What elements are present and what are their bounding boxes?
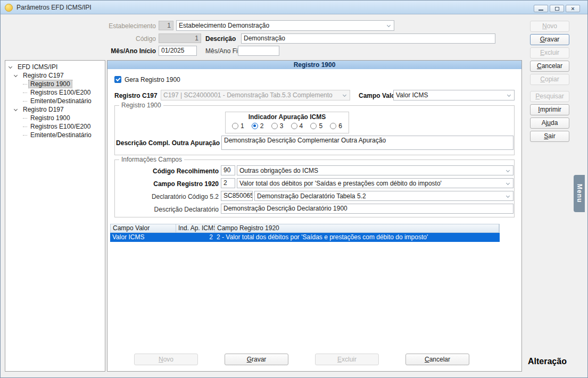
tree-item-registro-d197[interactable]: Registro D197	[5, 105, 105, 114]
sidebar-copiar-button: Copiar	[530, 74, 569, 85]
tree-item-registro-c197[interactable]: Registro C197	[5, 71, 105, 80]
radio-checked-icon	[252, 123, 258, 129]
tree-connector	[23, 84, 27, 85]
gera-registro-1900-checkbox[interactable]	[114, 76, 121, 83]
main-panel: Registro 1900 Gera Registro 1900 Registr…	[107, 60, 522, 372]
descricao-declaratorio-label: Descrição Declaratório	[115, 205, 219, 214]
radio-label: 4	[300, 122, 303, 130]
mes-ano-inicio-field[interactable]: 01/2025	[159, 46, 197, 56]
chevron-down-icon	[343, 93, 346, 97]
restore-button[interactable]	[550, 5, 564, 12]
codigo-recolhimento-select[interactable]: Outras obrigações do ICMS	[237, 165, 514, 175]
tree-item-label: Registro D197	[21, 106, 65, 113]
radio-label: 2	[260, 122, 264, 130]
tree-item-registros-e100-e200-d197[interactable]: Registros E100/E200	[5, 122, 105, 131]
campo-valor-select[interactable]: Valor ICMS	[393, 90, 515, 100]
codigo-field: 1	[159, 33, 201, 43]
close-button[interactable]: ×	[566, 5, 580, 12]
tree-item-emitente-destinatario-c197[interactable]: Emitente/Destinatário	[5, 97, 105, 105]
tree-item-emitente-destinatario-d197[interactable]: Emitente/Destinatário	[5, 131, 105, 139]
mes-ano-fim-field[interactable]	[238, 46, 279, 56]
menu-tab[interactable]: Menu	[574, 175, 585, 212]
grid-header: Campo Valor Ind. Ap. ICMS Campo Registro…	[110, 224, 500, 233]
tree-connector	[23, 93, 27, 93]
tree-item-registro-1900-d197[interactable]: Registro 1900	[5, 114, 105, 122]
declaratorio-codigo-label: Declaratório Código 5.2	[115, 192, 219, 201]
radio-icon	[291, 123, 297, 129]
estabelecimento-code-field: 1	[159, 21, 173, 30]
navigation-tree: EFD ICMS/IPI Registro C197 Registro 1900…	[5, 60, 105, 372]
descricao-label: Descrição	[205, 35, 236, 43]
grid-cell-campo-valor: Valor ICMS	[110, 233, 176, 242]
radio-option-3[interactable]: 3	[271, 122, 284, 130]
radio-icon	[330, 123, 336, 129]
tree-item-registro-1900-c197[interactable]: Registro 1900	[5, 80, 105, 88]
radio-option-6[interactable]: 6	[330, 122, 342, 130]
sidebar-cancelar-button[interactable]: Cancelar	[530, 61, 569, 72]
radio-option-5[interactable]: 5	[310, 122, 322, 130]
cancelar-button[interactable]: Cancelar	[405, 354, 469, 365]
tree-item-label: Registros E100/E200	[29, 123, 92, 130]
tree-item-label: Registros E100/E200	[29, 89, 92, 96]
grid-row-selected[interactable]: Valor ICMS 2 2 - Valor total dos débitos…	[110, 233, 500, 242]
radio-option-4[interactable]: 4	[291, 122, 303, 130]
sidebar-gravar-button[interactable]: Gravar	[530, 34, 569, 45]
sidebar-novo-button: Novo	[530, 21, 569, 32]
estabelecimento-label: Estabelecimento	[91, 22, 156, 30]
indicador-apuracao-label: Indicador Apuração ICMS	[226, 113, 349, 121]
tree-item-label: Emitente/Destinatário	[29, 131, 93, 139]
descricao-compl-field[interactable]: Demonstração Descrição Complementar Outr…	[221, 136, 514, 150]
sidebar-sair-button[interactable]: Sair	[530, 131, 569, 142]
restore-icon	[555, 7, 559, 11]
tree-item-label: Registro C197	[21, 72, 65, 79]
campo-registro-1920-code-field[interactable]: 2	[221, 178, 235, 188]
descricao-compl-label: Descrição Compl. Outra Apuração	[115, 139, 220, 147]
chevron-down-icon	[507, 93, 511, 97]
chevron-down-icon[interactable]	[9, 65, 12, 69]
tree-connector	[23, 135, 27, 136]
excluir-button: Excluir	[315, 354, 379, 365]
declaratorio-select[interactable]: Demonstração Declaratório Tabela 5.2	[254, 191, 514, 201]
registro-1900-group-title: Registro 1900	[119, 102, 163, 110]
codigo-recolhimento-value: Outras obrigações do ICMS	[239, 167, 318, 174]
campo-registro-1920-select[interactable]: Valor total dos débitos por 'Saídas e pr…	[237, 178, 514, 188]
campo-registro-1920-label: Campo Registro 1920	[115, 180, 219, 188]
estabelecimento-select[interactable]: Estabelecimento Demonstração	[176, 20, 394, 31]
chevron-down-icon	[506, 169, 510, 172]
gravar-button[interactable]: Gravar	[225, 354, 288, 365]
codigo-recolhimento-code-field[interactable]: 90	[221, 165, 235, 175]
chevron-down-icon	[387, 23, 391, 27]
grid-column-campo-valor[interactable]: Campo Valor	[111, 224, 176, 232]
grid-column-campo-registro-1920[interactable]: Campo Registro 1920	[215, 224, 499, 232]
chevron-down-icon	[506, 194, 510, 198]
window-title: Parâmetros EFD ICMS/IPI	[16, 4, 92, 11]
novo-button: Novo	[134, 354, 198, 365]
grid-column-ind-ap-icms[interactable]: Ind. Ap. ICMS	[176, 224, 215, 232]
sidebar-imprimir-button[interactable]: Imprimir	[530, 104, 569, 115]
descricao-field[interactable]: Demonstração	[241, 33, 495, 44]
chevron-down-icon[interactable]	[14, 107, 18, 111]
declaratorio-codigo-field[interactable]: SC850065	[221, 191, 253, 201]
sidebar-ajuda-button[interactable]: Ajuda	[530, 117, 569, 129]
tree-item-registros-e100-e200-c197[interactable]: Registros E100/E200	[5, 88, 105, 97]
descricao-declaratorio-field[interactable]: Demonstração Descrição Declaratório 1900	[221, 204, 514, 214]
close-icon: ×	[571, 6, 574, 11]
section-title: Registro 1900	[107, 61, 521, 69]
app-icon	[5, 4, 13, 12]
radio-icon	[232, 123, 238, 129]
campo-valor-value: Valor ICMS	[396, 91, 428, 99]
informacoes-campos-group-title: Informações Campos	[119, 156, 184, 164]
chevron-down-icon	[506, 181, 510, 185]
codigo-label: Código	[91, 35, 156, 43]
radio-option-1[interactable]: 1	[232, 122, 244, 130]
registro-1900-group: Registro 1900 Indicador Apuração ICMS 1 …	[114, 105, 515, 155]
titlebar[interactable]: Parâmetros EFD ICMS/IPI ×	[1, 1, 587, 14]
campo-registro-1920-value: Valor total dos débitos por 'Saídas e pr…	[239, 180, 442, 187]
grid-cell-campo-registro-1920: 2 - Valor total dos débitos por 'Saídas …	[214, 233, 500, 242]
indicador-apuracao-radios: 1 2 3 4 5 6	[232, 122, 342, 130]
tree-item-label: Registro 1900	[29, 80, 72, 88]
chevron-down-icon[interactable]	[14, 73, 18, 77]
radio-option-2[interactable]: 2	[252, 122, 264, 130]
tree-item-efd-icms-ipi[interactable]: EFD ICMS/IPI	[5, 63, 105, 71]
minimize-button[interactable]	[534, 5, 548, 12]
